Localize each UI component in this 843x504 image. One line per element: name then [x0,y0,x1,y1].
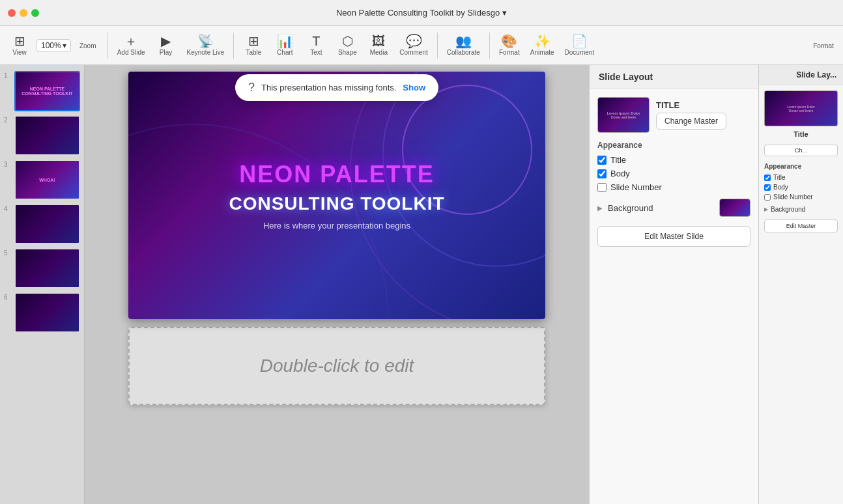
divider-4 [489,33,490,59]
toolbar-document[interactable]: 📄 Document [561,29,599,63]
animate-icon: ✨ [534,35,550,48]
play-label: Play [160,49,172,56]
second-slide-canvas[interactable]: Double-click to edit [128,327,545,405]
appearance-body-checkbox[interactable] [597,169,607,178]
rp-background-arrow-icon: ▶ [764,206,768,212]
toolbar-media[interactable]: 🖼 Media [364,29,393,63]
toolbar-format-right[interactable]: Format [809,29,838,63]
toolbar-zoom[interactable]: 100% ▾ [36,39,71,52]
toolbar-text[interactable]: T Text [302,29,330,63]
slide-item-1[interactable]: 1 NEON PALETTECONSULTING TOOLKIT [0,69,84,113]
rp-body-checkbox[interactable] [764,184,771,191]
title-text: Neon Palette Consulting Toolkit by Slide… [336,8,500,18]
slide-thumb-inner-1: NEON PALETTECONSULTING TOOLKIT [16,72,79,110]
background-swatch[interactable] [719,199,750,217]
collaborate-label: Collaborate [447,49,480,56]
appearance-slide-number-row: Slide Number [597,182,750,192]
toolbar-play[interactable]: ▶ Play [152,29,180,63]
slide-number-2: 2 [4,117,12,124]
divider-2 [233,33,234,59]
slide-thumb-1[interactable]: NEON PALETTECONSULTING TOOLKIT [14,71,80,111]
format-icon: 🎨 [501,35,517,48]
slide-thumb-inner-6 [16,294,79,331]
add-slide-icon: ＋ [124,35,137,48]
slide-number-1: 1 [4,72,12,79]
slide-thumb-5[interactable] [14,248,80,288]
shape-label: Shape [338,49,357,56]
toolbar-table[interactable]: ⊞ Table [239,29,268,63]
layout-title-text: TITLE [656,100,726,110]
window-title: Neon Palette Consulting Toolkit by Slide… [336,8,507,18]
layout-preview-thumb: Lorem Ipsum DolorDonec sed lorem [597,97,650,133]
appearance-section-title: Appearance [597,141,750,150]
rp-title-checkbox[interactable] [764,175,771,181]
rp-slide-number-checkbox[interactable] [764,194,771,201]
change-master-button[interactable]: Change Master [656,113,726,130]
right-panel-tab: Slide Lay... [759,65,843,85]
keynote-live-label: Keynote Live [187,49,225,56]
document-icon: 📄 [571,35,588,48]
main-slide-canvas[interactable]: NEON PALETTE CONSULTING TOOLKIT Here is … [128,72,545,319]
keynote-live-icon: 📡 [197,35,214,48]
text-label: Text [310,49,322,56]
background-arrow-icon: ▶ [597,204,603,212]
notification-icon: ? [248,81,255,94]
toolbar-collaborate[interactable]: 👥 Collaborate [443,29,484,63]
toolbar-keynote-live[interactable]: 📡 Keynote Live [183,29,229,63]
rp-change-master-button[interactable]: Ch... [764,145,838,156]
text-icon: T [312,35,320,48]
appearance-slide-number-label: Slide Number [610,182,662,192]
right-panel-tab-label: Slide Lay... [796,70,836,79]
rp-body-label: Body [773,184,788,191]
background-label: Background [608,203,714,213]
appearance-title-row: Title [597,155,750,165]
toolbar-comment[interactable]: 💬 Comment [395,29,431,63]
toolbar-chart[interactable]: 📊 Chart [270,29,299,63]
divider-1 [107,33,108,59]
slide-thumb-inner-3: WHOA! [16,161,79,199]
appearance-slide-number-checkbox[interactable] [597,183,607,192]
divider-3 [437,33,438,59]
comment-label: Comment [399,49,427,56]
slide-thumb-6[interactable] [14,292,80,333]
toolbar-zoom-group[interactable]: Zoom [74,29,102,63]
main-layout: 1 NEON PALETTECONSULTING TOOLKIT 2 3 WHO… [0,65,843,504]
slide-item-3[interactable]: 3 WHOA! [0,158,84,202]
view-icon: ⊞ [14,35,25,48]
chart-icon: 📊 [277,35,293,48]
slide-panel: 1 NEON PALETTECONSULTING TOOLKIT 2 3 WHO… [0,65,85,504]
notification-show-button[interactable]: Show [403,83,425,92]
edit-master-slide-button[interactable]: Edit Master Slide [597,226,750,247]
slide-thumb-4[interactable] [14,204,80,244]
toolbar-format[interactable]: 🎨 Format [495,29,524,63]
double-click-text: Double-click to edit [260,356,414,376]
format-label: Format [499,49,520,56]
appearance-title-checkbox[interactable] [597,156,607,165]
rp-edit-master-button[interactable]: Edit Master [764,219,838,232]
notification-text: This presentation has missing fonts. [261,83,396,92]
play-icon: ▶ [161,35,171,48]
slide-item-6[interactable]: 6 [0,290,84,335]
slide-thumb-inner-4 [16,205,79,243]
toolbar-shape[interactable]: ⬡ Shape [333,29,362,63]
zoom-chevron: ▾ [63,41,66,50]
minimize-button[interactable] [20,9,27,17]
layout-preview-row: Lorem Ipsum DolorDonec sed lorem TITLE C… [597,97,750,133]
rp-slide-number-label: Slide Number [773,193,813,201]
rp-thumb: Lorem Ipsum DolorDonec sed lorem [764,91,838,126]
slide-item-5[interactable]: 5 [0,246,84,290]
toolbar-add-slide[interactable]: ＋ Add Slide [113,29,149,63]
rp-layout-title: Title [764,130,838,138]
toolbar-view[interactable]: ⊞ View [5,29,34,63]
rp-appearance-body-row: Body [764,184,838,191]
slide-thumb-3[interactable]: WHOA! [14,160,80,200]
close-button[interactable] [8,9,16,17]
slide-item-2[interactable]: 2 [0,113,84,158]
slide-title-main: NEON PALETTE [239,161,434,188]
toolbar-animate[interactable]: ✨ Animate [526,29,558,63]
slide-item-4[interactable]: 4 [0,202,84,246]
slide-thumb-2[interactable] [14,115,80,156]
appearance-title-label: Title [610,155,626,165]
panel-header: Slide Layout [590,65,758,89]
maximize-button[interactable] [31,9,39,17]
